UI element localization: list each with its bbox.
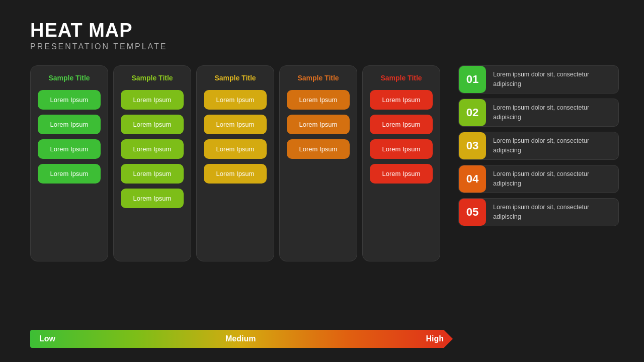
num-badge-4: 05	[459, 199, 486, 226]
num-text-3: Lorem ipsum dolor sit, consectetur adipi…	[493, 169, 610, 189]
numbered-item-3: 04Lorem ipsum dolor sit, consectetur adi…	[458, 165, 619, 193]
numbered-item-0: 01Lorem ipsum dolor sit, consectetur adi…	[458, 65, 619, 94]
pill-4-0: Lorem Ipsum	[370, 90, 433, 110]
num-text-0: Lorem ipsum dolor sit, consectetur adipi…	[493, 70, 610, 89]
legend-area: Low Medium High	[30, 330, 453, 348]
header: HEAT MAP PRESENTATION TEMPLATE	[30, 20, 619, 51]
pill-1-4: Lorem Ipsum	[121, 189, 184, 208]
legend-medium: Medium	[225, 334, 256, 343]
col-card-3: Sample TitleLorem IpsumLorem IpsumLorem …	[279, 65, 357, 261]
pill-3-2: Lorem Ipsum	[287, 139, 350, 159]
num-text-2: Lorem ipsum dolor sit, consectetur adipi…	[493, 136, 610, 155]
col-title-2: Sample Title	[204, 74, 267, 82]
col-card-2: Sample TitleLorem IpsumLorem IpsumLorem …	[196, 65, 274, 261]
pill-2-0: Lorem Ipsum	[204, 90, 267, 110]
pill-0-3: Lorem Ipsum	[38, 164, 101, 184]
pill-1-0: Lorem Ipsum	[121, 90, 184, 110]
content-area: Sample TitleLorem IpsumLorem IpsumLorem …	[30, 65, 619, 261]
num-badge-2: 03	[459, 132, 486, 159]
pill-4-2: Lorem Ipsum	[370, 139, 433, 159]
pill-2-3: Lorem Ipsum	[204, 164, 267, 184]
columns-area: Sample TitleLorem IpsumLorem IpsumLorem …	[30, 65, 440, 261]
pill-1-1: Lorem Ipsum	[121, 115, 184, 134]
col-title-3: Sample Title	[287, 74, 350, 82]
num-badge-0: 01	[459, 66, 486, 93]
pill-3-1: Lorem Ipsum	[287, 115, 350, 134]
legend-high: High	[426, 334, 444, 343]
pill-2-1: Lorem Ipsum	[204, 115, 267, 134]
pill-0-0: Lorem Ipsum	[38, 90, 101, 110]
pill-3-0: Lorem Ipsum	[287, 90, 350, 110]
num-text-1: Lorem ipsum dolor sit, consectetur adipi…	[493, 103, 610, 122]
pill-2-2: Lorem Ipsum	[204, 139, 267, 159]
col-title-1: Sample Title	[121, 74, 184, 82]
pill-0-1: Lorem Ipsum	[38, 115, 101, 134]
numbered-item-1: 02Lorem ipsum dolor sit, consectetur adi…	[458, 99, 619, 127]
page: HEAT MAP PRESENTATION TEMPLATE Sample Ti…	[0, 0, 644, 362]
numbered-item-4: 05Lorem ipsum dolor sit, consectetur adi…	[458, 198, 619, 226]
col-card-1: Sample TitleLorem IpsumLorem IpsumLorem …	[113, 65, 191, 261]
sub-title: PRESENTATION TEMPLATE	[30, 42, 619, 51]
pill-0-2: Lorem Ipsum	[38, 139, 101, 159]
col-title-0: Sample Title	[38, 74, 101, 82]
num-badge-1: 02	[459, 99, 486, 126]
num-badge-3: 04	[459, 165, 486, 193]
main-title: HEAT MAP	[30, 20, 619, 41]
col-card-0: Sample TitleLorem IpsumLorem IpsumLorem …	[30, 65, 108, 261]
right-panel: 01Lorem ipsum dolor sit, consectetur adi…	[458, 65, 619, 226]
legend-low: Low	[39, 334, 55, 343]
col-card-4: Sample TitleLorem IpsumLorem IpsumLorem …	[362, 65, 440, 261]
num-text-4: Lorem ipsum dolor sit, consectetur adipi…	[493, 203, 610, 222]
pill-4-1: Lorem Ipsum	[370, 115, 433, 134]
numbered-item-2: 03Lorem ipsum dolor sit, consectetur adi…	[458, 132, 619, 160]
pill-1-3: Lorem Ipsum	[121, 164, 184, 184]
col-title-4: Sample Title	[370, 74, 433, 82]
pill-1-2: Lorem Ipsum	[121, 139, 184, 159]
pill-4-3: Lorem Ipsum	[370, 164, 433, 184]
legend-bar: Low Medium High	[30, 330, 453, 348]
